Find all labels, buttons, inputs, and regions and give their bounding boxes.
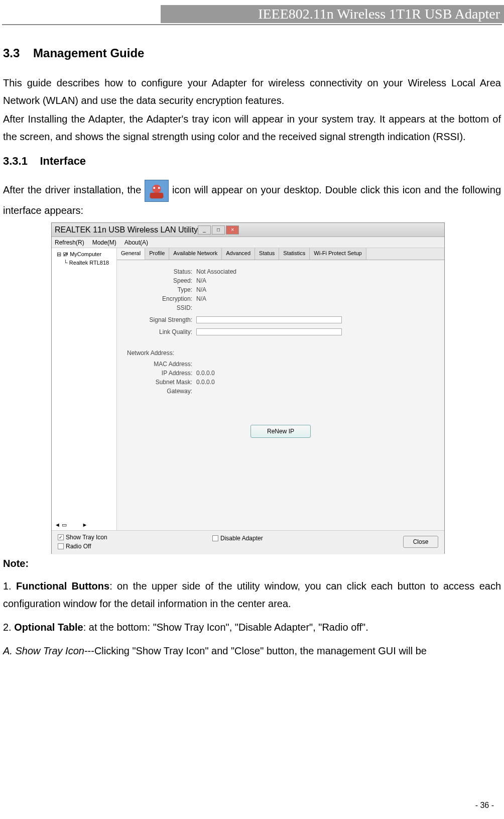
app-icon bbox=[145, 180, 169, 202]
page-number: - 36 - bbox=[475, 801, 494, 810]
show-tray-label: Show Tray Icon bbox=[66, 534, 107, 541]
item1-bold: Functional Buttons bbox=[16, 580, 109, 592]
intro-paragraph-2: After Installing the Adapter, the Adapte… bbox=[3, 110, 501, 146]
close-button[interactable]: Close bbox=[403, 536, 438, 548]
item2-rest: : at the bottom: "Show Tray Icon", "Disa… bbox=[83, 622, 368, 633]
right-panel: General Profile Available Network Advanc… bbox=[117, 248, 444, 530]
tree-scroll[interactable]: ◄ ▭ ► bbox=[55, 522, 87, 528]
subsection-title: Interface bbox=[40, 155, 86, 167]
link-bar bbox=[196, 328, 342, 335]
tab-row: General Profile Available Network Advanc… bbox=[117, 248, 444, 260]
info-area: Status:Not Associated Speed:N/A Type:N/A… bbox=[117, 260, 444, 444]
tree-child-label: Realtek RTL818 bbox=[69, 260, 109, 266]
item3-rest: ---Clicking "Show Tray Icon" and "Close"… bbox=[84, 645, 427, 656]
note-heading: Note: bbox=[3, 558, 501, 569]
note-item-1: 1. Functional Buttons: on the upper side… bbox=[3, 577, 501, 613]
tree-panel: ⊟ 🖳 MyComputer └ Realtek RTL818 ◄ ▭ ► bbox=[52, 248, 117, 530]
ssid-label: SSID: bbox=[127, 304, 192, 311]
tab-general[interactable]: General bbox=[117, 248, 145, 260]
tree-child[interactable]: └ Realtek RTL818 bbox=[54, 259, 114, 267]
status-label: Status: bbox=[127, 268, 192, 275]
tab-available-network[interactable]: Available Network bbox=[169, 248, 222, 260]
tab-status[interactable]: Status bbox=[255, 248, 279, 260]
tree-root-label: MyComputer bbox=[70, 251, 101, 257]
interface-paragraph: After the driver installation, the icon … bbox=[3, 180, 501, 219]
menu-bar: Refresh(R) Mode(M) About(A) bbox=[52, 237, 444, 248]
radio-off-label: Radio Off bbox=[66, 543, 91, 550]
svg-point-2 bbox=[154, 187, 156, 189]
type-value: N/A bbox=[196, 286, 206, 293]
subsection-heading: 3.3.1 Interface bbox=[3, 155, 501, 168]
maximize-button[interactable]: □ bbox=[212, 225, 225, 235]
checkbox-icon bbox=[58, 543, 64, 549]
interface-text-a: After the driver installation, the bbox=[3, 184, 145, 195]
left-options: ✓Show Tray Icon Radio Off bbox=[58, 534, 107, 550]
intro-paragraph-1: This guide describes how to configure yo… bbox=[3, 74, 501, 109]
section-title: Management Guide bbox=[33, 46, 144, 60]
svg-rect-1 bbox=[150, 193, 164, 198]
mac-label: MAC Address: bbox=[127, 361, 192, 368]
renew-ip-button[interactable]: ReNew IP bbox=[250, 425, 311, 438]
note-item-2: 2. Optional Table: at the bottom: "Show … bbox=[3, 619, 501, 636]
subsection-num: 3.3.1 bbox=[3, 155, 28, 167]
window-title: REALTEK 11n USB Wireless LAN Utility bbox=[55, 225, 198, 235]
status-value: Not Associated bbox=[196, 268, 236, 275]
checkbox-icon: ✓ bbox=[58, 534, 64, 540]
tab-profile[interactable]: Profile bbox=[145, 248, 169, 260]
item2-prefix: 2. bbox=[3, 622, 14, 633]
show-tray-checkbox[interactable]: ✓Show Tray Icon bbox=[58, 534, 107, 541]
menu-refresh[interactable]: Refresh(R) bbox=[55, 239, 84, 246]
close-window-button[interactable]: × bbox=[226, 225, 239, 235]
tab-wps[interactable]: Wi-Fi Protect Setup bbox=[310, 248, 366, 260]
menu-about[interactable]: About(A) bbox=[124, 239, 148, 246]
gateway-label: Gateway: bbox=[127, 388, 192, 395]
app-window: REALTEK 11n USB Wireless LAN Utility _ □… bbox=[51, 222, 445, 554]
section-heading: 3.3 Management Guide bbox=[3, 46, 501, 60]
minimize-button[interactable]: _ bbox=[198, 225, 211, 235]
type-label: Type: bbox=[127, 286, 192, 293]
section-num: 3.3 bbox=[3, 46, 20, 60]
encryption-value: N/A bbox=[196, 295, 206, 302]
radio-off-checkbox[interactable]: Radio Off bbox=[58, 543, 107, 550]
item3-italic: A. Show Tray Icon bbox=[3, 645, 84, 656]
window-controls: _ □ × bbox=[198, 225, 239, 235]
main-area: ⊟ 🖳 MyComputer └ Realtek RTL818 ◄ ▭ ► Ge… bbox=[52, 248, 444, 530]
speed-value: N/A bbox=[196, 277, 206, 284]
page-content: 3.3 Management Guide This guide describe… bbox=[0, 25, 504, 668]
network-address-title: Network Address: bbox=[127, 349, 434, 357]
svg-point-0 bbox=[153, 185, 161, 193]
ip-value: 0.0.0.0 bbox=[196, 370, 215, 377]
window-titlebar[interactable]: REALTEK 11n USB Wireless LAN Utility _ □… bbox=[52, 223, 444, 237]
ip-label: IP Address: bbox=[127, 370, 192, 377]
subnet-value: 0.0.0.0 bbox=[196, 379, 215, 386]
checkbox-icon bbox=[212, 535, 218, 541]
tree-root[interactable]: ⊟ 🖳 MyComputer bbox=[54, 250, 114, 259]
renew-wrap: ReNew IP bbox=[127, 425, 434, 438]
subnet-label: Subnet Mask: bbox=[127, 379, 192, 386]
disable-adapter-checkbox[interactable]: Disable Adapter bbox=[212, 535, 263, 542]
svg-point-3 bbox=[158, 187, 160, 189]
disable-adapter-label: Disable Adapter bbox=[220, 535, 263, 542]
signal-label: Signal Strength: bbox=[127, 316, 192, 323]
bottom-options: ✓Show Tray Icon Radio Off Disable Adapte… bbox=[52, 530, 444, 554]
encryption-label: Encryption: bbox=[127, 295, 192, 302]
note-item-3: A. Show Tray Icon---Clicking "Show Tray … bbox=[3, 642, 501, 660]
signal-bar bbox=[196, 316, 342, 323]
link-label: Link Quality: bbox=[127, 328, 192, 335]
tab-advanced[interactable]: Advanced bbox=[222, 248, 255, 260]
page-header: IEEE802.11n Wireless 1T1R USB Adapter bbox=[161, 5, 504, 23]
menu-mode[interactable]: Mode(M) bbox=[92, 239, 116, 246]
item2-bold: Optional Table bbox=[14, 622, 83, 633]
item1-prefix: 1. bbox=[3, 580, 16, 592]
tab-statistics[interactable]: Statistics bbox=[279, 248, 310, 260]
speed-label: Speed: bbox=[127, 277, 192, 284]
